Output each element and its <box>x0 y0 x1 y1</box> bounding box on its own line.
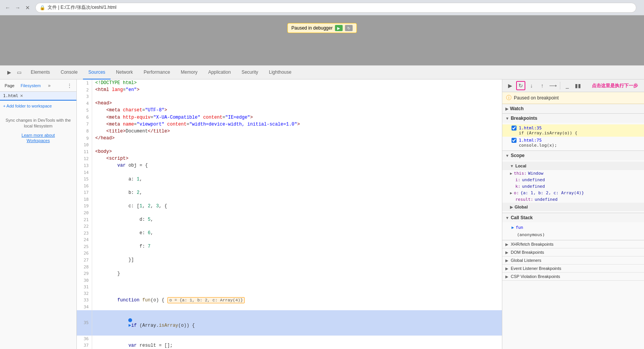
call-stack-header[interactable]: ▼ Call Stack <box>502 213 644 222</box>
sidebar-more-button[interactable]: » <box>45 82 53 89</box>
xhr-breakpoints-section[interactable]: ▶ XHR/fetch Breakpoints <box>502 240 644 248</box>
step-over-next-button[interactable]: ↻ <box>516 81 525 90</box>
global-listeners-label: Global Listeners <box>511 258 541 263</box>
tab-network[interactable]: Network <box>111 66 138 79</box>
global-scope-header[interactable]: ▶ Global <box>502 203 644 211</box>
tab-sources[interactable]: Sources <box>83 66 111 79</box>
devtools-body: Page Filesystem » ⋮ 1.html ✕ + Add folde… <box>0 79 644 349</box>
sidebar-file-item[interactable]: 1.html ✕ <box>0 92 76 101</box>
breakpoints-header[interactable]: ▼ Breakpoints <box>502 114 644 123</box>
scope-val-this: Window <box>528 171 543 176</box>
toolbar-hint: 点击这里是执行下一步 <box>592 83 641 89</box>
code-editor[interactable]: 1 <!DOCTYPE html> 2 <html lang="en"> 3 4… <box>77 79 502 349</box>
this-expand[interactable]: ▶ <box>510 171 512 175</box>
code-line: 27 }] <box>77 256 502 263</box>
breakpoint-code-2: console.log(x); <box>519 143 557 148</box>
call-stack-fun-label: fun <box>516 225 523 230</box>
code-line: 24 <box>77 237 502 243</box>
add-workspace-button[interactable]: + Add folder to workspace <box>0 101 76 111</box>
sidebar-tabs: Page Filesystem » ⋮ <box>0 79 76 92</box>
event-listener-breakpoints-section[interactable]: ▶ Event Listener Breakpoints <box>502 265 644 273</box>
code-line: 14 <box>77 169 502 176</box>
o-expand[interactable]: ▶ <box>510 191 512 195</box>
scope-key-k: k: <box>515 184 520 189</box>
call-stack-label: Call Stack <box>511 215 533 220</box>
code-line: 7 <meta name="viewport" content="width=d… <box>77 121 502 128</box>
forward-button[interactable]: → <box>14 4 22 12</box>
local-label: Local <box>515 164 526 168</box>
sidebar-menu-button[interactable]: ⋮ <box>66 82 73 89</box>
scope-header[interactable]: ▼ Scope <box>502 151 644 160</box>
code-line: 17 b: 2, <box>77 189 502 196</box>
breakpoint-item: 1.html:75 console.log(x); <box>502 137 644 149</box>
scope-item-this: ▶ this: Window <box>502 170 644 177</box>
watch-header[interactable]: ▶ Watch <box>502 104 644 113</box>
sources-sidebar: Page Filesystem » ⋮ 1.html ✕ + Add folde… <box>0 79 77 349</box>
global-listeners-section[interactable]: ▶ Global Listeners <box>502 256 644 265</box>
csp-violation-breakpoints-section[interactable]: ▶ CSP Violation Breakpoints <box>502 273 644 281</box>
code-line: 1 <!DOCTYPE html> <box>77 79 502 86</box>
devtools: ▶ ▭ Elements Console Sources Network Per… <box>0 65 644 349</box>
step-over-button[interactable]: ↻ <box>345 25 353 31</box>
call-stack-arrow: ▶ <box>512 225 514 230</box>
breakpoints-section: ▼ Breakpoints 1.html:35 if (Array.isArra… <box>502 114 644 151</box>
scope-val-o: {a: 1, b: 2, c: Array(4)} <box>520 190 584 195</box>
code-line: 15 a: 1, <box>77 176 502 183</box>
code-line: 37 var result = []; <box>77 342 502 349</box>
scope-label: Scope <box>511 153 525 158</box>
sidebar-tab-page[interactable]: Page <box>3 83 16 89</box>
scope-item-o: ▶ o: {a: 1, b: 2, c: Array(4)} <box>502 190 644 196</box>
workspace-info: Sync changes in DevTools with the local … <box>0 111 76 149</box>
scope-body: ▼ Local ▶ this: Window i: undefined <box>502 160 644 213</box>
scope-key-this: this: <box>514 171 526 176</box>
step-into-button[interactable]: ↓ <box>527 81 536 90</box>
event-listener-chevron: ▶ <box>505 266 508 271</box>
tab-memory[interactable]: Memory <box>175 66 203 79</box>
breakpoint-code-1: if (Array.isArray(o)) { <box>519 131 577 136</box>
code-line: 18 <box>77 196 502 203</box>
code-line: 32 <box>77 290 502 297</box>
workspace-link[interactable]: Learn more about Workspaces <box>22 133 55 143</box>
close-file-button[interactable]: ✕ <box>20 94 23 98</box>
step-button[interactable]: ⟶ <box>548 81 558 90</box>
back-button[interactable]: ← <box>4 4 12 12</box>
tab-application[interactable]: Application <box>203 66 236 79</box>
code-line: 31 <box>77 284 502 290</box>
device-toolbar-button[interactable]: ▭ <box>15 68 24 77</box>
code-line: 21 d: 5, <box>77 216 502 223</box>
call-stack-item-fun[interactable]: ▶ fun <box>502 224 644 231</box>
code-line: 13 var obj = { <box>77 162 502 169</box>
sidebar-tab-filesystem[interactable]: Filesystem <box>19 83 43 89</box>
address-bar[interactable]: 🔒 文件 | E:/工作/张磊次/ceshi/1.html <box>35 3 636 13</box>
breakpoint-checkbox-2[interactable] <box>512 138 517 143</box>
tab-security[interactable]: Security <box>236 66 263 79</box>
resume-button[interactable]: ▶ <box>335 25 343 31</box>
csp-chevron: ▶ <box>505 275 508 279</box>
tab-lighthouse[interactable]: Lighthouse <box>263 66 297 79</box>
tab-elements[interactable]: Elements <box>25 66 55 79</box>
dom-breakpoints-section[interactable]: ▶ DOM Breakpoints <box>502 248 644 256</box>
scope-val-result: undefined <box>535 197 558 202</box>
breakpoint-file-2: 1.html:75 <box>519 138 542 143</box>
tab-console[interactable]: Console <box>55 66 83 79</box>
step-out-button[interactable]: ↑ <box>538 81 547 90</box>
pause-exceptions-button[interactable]: ▮▮ <box>573 81 583 90</box>
code-line: 4 <head> <box>77 100 502 107</box>
event-listener-label: Event Listener Breakpoints <box>511 266 561 271</box>
scope-val-k: undefined <box>522 184 545 189</box>
call-stack-item-anon[interactable]: (anonymous) <box>502 231 644 238</box>
deactivate-breakpoints-button[interactable]: ⎯ <box>563 81 572 90</box>
reload-button[interactable]: ✕ <box>24 4 31 12</box>
dom-label: DOM Breakpoints <box>511 250 544 255</box>
local-chevron: ▼ <box>510 164 514 168</box>
inspect-element-button[interactable]: ▶ <box>5 68 14 77</box>
debugger-banner: Paused in debugger ▶ ↻ <box>287 23 357 33</box>
scope-item-result: result: undefined <box>502 196 644 203</box>
scope-key-o: o: <box>514 190 519 195</box>
resume-execution-button[interactable]: ▶ <box>505 81 515 90</box>
tab-performance[interactable]: Performance <box>138 66 175 79</box>
breakpoint-checkbox-1[interactable] <box>512 126 517 131</box>
code-line: 3 <box>77 93 502 100</box>
code-line: 6 <meta http-equiv="X-UA-Compatible" con… <box>77 114 502 121</box>
local-scope-header[interactable]: ▼ Local <box>502 162 644 170</box>
